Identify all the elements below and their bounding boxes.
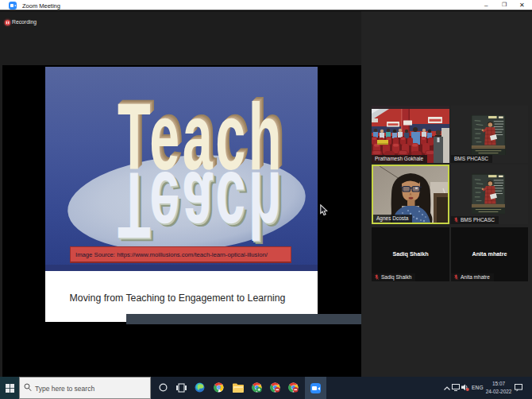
svg-text:Teach: Teach	[118, 84, 284, 189]
